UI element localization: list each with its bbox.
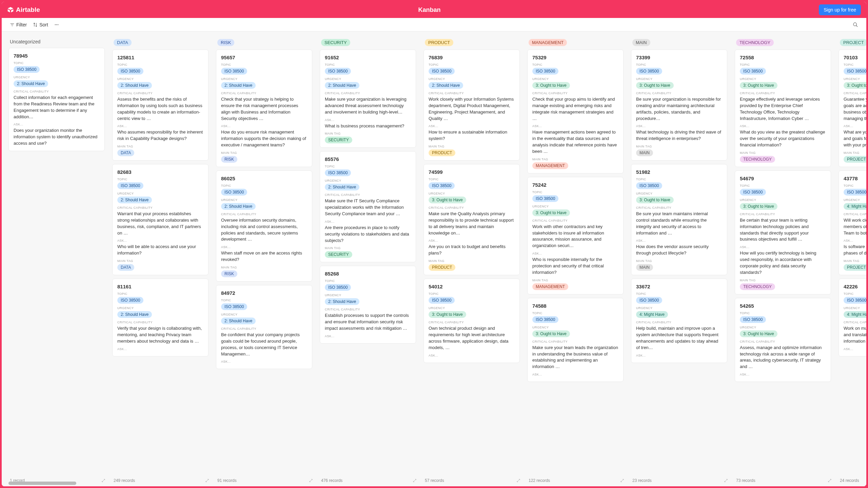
field-label: TOPIC — [532, 311, 618, 315]
expand-icon[interactable] — [620, 479, 624, 483]
kanban-card[interactable]: 76839TOPICISO 38500URGENCY2: Should Have… — [423, 49, 520, 161]
svg-point-2 — [58, 24, 58, 25]
more-button[interactable] — [54, 22, 59, 27]
critical-value: Work on multiple projects simultaneously… — [844, 325, 866, 345]
card-id: 76839 — [429, 55, 515, 60]
ask-value: How to ensure a sustainable information … — [429, 129, 515, 142]
column-body[interactable]: 91652TOPICISO 38500URGENCY2: Should Have… — [320, 49, 418, 476]
column-header[interactable]: PRODUCT — [423, 37, 522, 49]
column-header[interactable]: Uncategorized — [8, 37, 107, 48]
field-label: CRITICAL CAPABILITY — [740, 340, 826, 343]
kanban-card[interactable]: 43778TOPICISO 38500URGENCY4: Might HaveC… — [839, 170, 866, 275]
column-header[interactable]: TECHNOLOGY — [735, 37, 833, 49]
kanban-card[interactable]: 81161TOPICISO 38500URGENCY2: Should Have… — [112, 279, 209, 357]
kanban-card[interactable]: 74588TOPICISO 38500URGENCY3: Ought to Ha… — [527, 298, 624, 382]
column-body[interactable]: 75329TOPICISO 38500URGENCY3: Ought to Ha… — [527, 49, 626, 476]
field-label: ASK... — [117, 347, 203, 351]
svg-point-0 — [55, 24, 56, 25]
field-label: ASK... — [221, 245, 307, 249]
field-label: TOPIC — [740, 184, 826, 187]
kanban-card[interactable]: 85268TOPICISO 38500URGENCY2: Should Have… — [320, 266, 416, 344]
sort-button[interactable]: Sort — [33, 22, 48, 27]
field-label: MAIN TAG — [325, 132, 411, 135]
signup-button[interactable]: Sign up for free — [819, 4, 861, 15]
kanban-card[interactable]: 51982TOPICISO 38500URGENCY3: Ought to Ha… — [631, 164, 727, 275]
urgency-value: 2: Should Have — [117, 197, 203, 203]
kanban-card[interactable]: 74599TOPICISO 38500URGENCY3: Ought to Ha… — [423, 164, 520, 275]
kanban-card[interactable]: 86025TOPICISO 38500URGENCY2: Should Have… — [216, 170, 312, 282]
expand-icon[interactable] — [101, 479, 105, 483]
column-title: MAIN — [632, 39, 650, 46]
kanban-card[interactable]: 54265TOPICISO 38500URGENCY3: Ought to Ha… — [735, 298, 831, 382]
field-label: CRITICAL CAPABILITY — [844, 212, 866, 216]
kanban-card[interactable]: 95657TOPICISO 38500URGENCY2: Should Have… — [216, 49, 312, 167]
field-label: URGENCY — [221, 198, 307, 202]
ask-value: Are you on track to budget and benefits … — [429, 244, 515, 257]
column-body[interactable]: 78945TOPICISO 38500URGENCY2: Should Have… — [8, 48, 107, 476]
column-body[interactable]: 76839TOPICISO 38500URGENCY2: Should Have… — [423, 49, 522, 476]
urgency-value: 4: Might Have — [636, 311, 722, 318]
kanban-card[interactable]: 125811TOPICISO 38500URGENCY2: Should Hav… — [112, 49, 209, 161]
column-body[interactable]: 95657TOPICISO 38500URGENCY2: Should Have… — [216, 49, 314, 476]
kanban-card[interactable]: 75242TOPICISO 38500URGENCY3: Ought to Ha… — [527, 177, 624, 294]
field-label: CRITICAL CAPABILITY — [117, 321, 203, 324]
kanban-card[interactable]: 78945TOPICISO 38500URGENCY2: Should Have… — [8, 48, 105, 151]
kanban-card[interactable]: 75329TOPICISO 38500URGENCY3: Ought to Ha… — [527, 49, 624, 174]
column-body[interactable]: 72558TOPICISO 38500URGENCY3: Ought to Ha… — [735, 49, 833, 476]
column-body[interactable]: 125811TOPICISO 38500URGENCY2: Should Hav… — [112, 49, 211, 476]
column-header[interactable]: RISK — [216, 37, 314, 49]
field-label: CRITICAL CAPABILITY — [532, 340, 618, 343]
field-label: ASK... — [221, 124, 307, 128]
kanban-card[interactable]: 82683TOPICISO 38500URGENCY2: Should Have… — [112, 164, 209, 275]
kanban-card[interactable]: 84972TOPICISO 38500URGENCY2: Should Have… — [216, 285, 312, 369]
search-icon[interactable] — [853, 22, 858, 27]
expand-icon[interactable] — [413, 479, 417, 483]
critical-value: Be certain that your team is writing inf… — [740, 217, 826, 243]
ask-value: What technology is driving the third wav… — [636, 129, 722, 142]
kanban-card[interactable]: 42226TOPICISO 38500URGENCY4: Might HaveC… — [839, 279, 866, 357]
field-label: ASK... — [429, 239, 515, 242]
maintag-value: DATA — [117, 264, 203, 271]
urgency-value: 3: Ought to Have — [532, 330, 618, 337]
kanban-board: Uncategorized78945TOPICISO 38500URGENCY2… — [2, 32, 866, 486]
kanban-card[interactable]: 85576TOPICISO 38500URGENCY2: Should Have… — [320, 151, 416, 262]
critical-value: Assess, manage and optimize information … — [740, 345, 826, 370]
maintag-value: PRODUCT — [429, 264, 515, 271]
kanban-card[interactable]: 70103TOPICISO 38500URGENCY3: Ought to Ha… — [839, 49, 866, 167]
field-label: URGENCY — [532, 326, 618, 329]
column-title: Uncategorized — [10, 39, 40, 44]
card-id: 54012 — [429, 284, 515, 289]
field-label: URGENCY — [117, 192, 203, 195]
kanban-card[interactable]: 54679TOPICISO 38500URGENCY3: Ought to Ha… — [735, 170, 831, 294]
critical-value: Make sure your team leads the organizati… — [532, 345, 618, 370]
expand-icon[interactable] — [205, 479, 209, 483]
column-header[interactable]: MANAGEMENT — [527, 37, 626, 49]
expand-icon[interactable] — [516, 479, 520, 483]
field-label: URGENCY — [221, 77, 307, 81]
topic-value: ISO 38500 — [325, 68, 411, 75]
column-body[interactable]: 73399TOPICISO 38500URGENCY3: Ought to Ha… — [631, 49, 729, 476]
column-header[interactable]: DATA — [112, 37, 211, 49]
horizontal-scrollbar[interactable] — [8, 482, 76, 485]
expand-icon[interactable] — [724, 479, 728, 483]
field-label: URGENCY — [844, 77, 866, 81]
column-header[interactable]: PROJECT — [839, 37, 866, 49]
expand-icon[interactable] — [309, 479, 313, 483]
kanban-card[interactable]: 54012TOPICISO 38500URGENCY3: Ought to Ha… — [423, 279, 520, 363]
column-header[interactable]: SECURITY — [320, 37, 418, 49]
expand-icon[interactable] — [828, 479, 832, 483]
field-label: MAIN TAG — [636, 259, 722, 263]
kanban-card[interactable]: 72558TOPICISO 38500URGENCY3: Ought to Ha… — [735, 49, 831, 167]
card-id: 74588 — [532, 303, 618, 309]
topic-value: ISO 38500 — [221, 68, 307, 75]
column-header[interactable]: MAIN — [631, 37, 729, 49]
svg-point-3 — [853, 23, 856, 26]
kanban-card[interactable]: 73399TOPICISO 38500URGENCY3: Ought to Ha… — [631, 49, 727, 161]
column-body[interactable]: 70103TOPICISO 38500URGENCY3: Ought to Ha… — [839, 49, 866, 476]
kanban-column: MAIN73399TOPICISO 38500URGENCY3: Ought t… — [631, 37, 729, 483]
kanban-card[interactable]: 91652TOPICISO 38500URGENCY2: Should Have… — [320, 49, 416, 148]
filter-button[interactable]: Filter — [10, 22, 27, 27]
topic-value: ISO 38500 — [636, 68, 722, 75]
field-label: CRITICAL CAPABILITY — [740, 212, 826, 216]
kanban-card[interactable]: 33672TOPICISO 38500URGENCY4: Might HaveC… — [631, 279, 727, 363]
